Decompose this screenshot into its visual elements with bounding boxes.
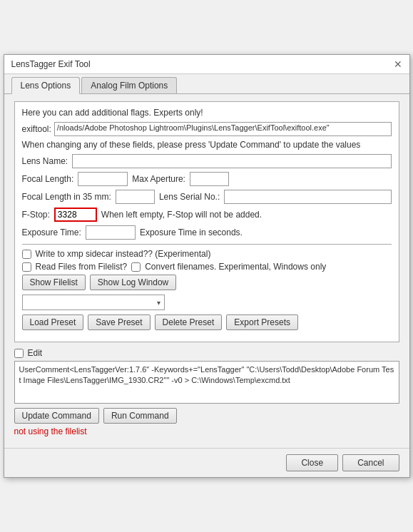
tab-analog-film[interactable]: Analog Film Options — [81, 77, 177, 93]
edit-row: Edit — [14, 348, 399, 358]
preset-buttons-row: Load Preset Save Preset Delete Preset Ex… — [22, 314, 392, 330]
tab-bar: Lens Options Analog Film Options — [4, 74, 409, 94]
exposure-input[interactable] — [86, 225, 136, 240]
focal-length-input[interactable] — [78, 172, 128, 186]
focal35-label: Focal Length in 35 mm: — [22, 192, 111, 202]
max-aperture-label: Max Aperture: — [132, 174, 185, 184]
read-convert-row: Read Files from Filelist? Convert filena… — [22, 262, 392, 272]
max-aperture-input[interactable] — [190, 172, 229, 186]
focal35-serial-row: Focal Length in 35 mm: Lens Serial No.: — [22, 190, 392, 204]
fstop-label: F-Stop: — [22, 210, 50, 220]
exposure-note: Exposure Time in seconds. — [140, 227, 243, 237]
save-preset-button[interactable]: Save Preset — [88, 314, 150, 330]
load-preset-button[interactable]: Load Preset — [22, 314, 84, 330]
fstop-input[interactable] — [54, 208, 97, 222]
edit-checkbox[interactable] — [14, 349, 24, 358]
xmp-label: Write to xmp sidecar instead?? (Experime… — [36, 249, 211, 259]
update-note: When changing any of these fields, pleas… — [22, 140, 392, 150]
serial-input[interactable] — [224, 190, 391, 204]
serial-label: Lens Serial No.: — [159, 192, 220, 202]
window-title: LensTagger Exif Tool — [11, 59, 91, 69]
fstop-row: F-Stop: When left empty, F-Stop will not… — [22, 208, 392, 222]
run-command-button[interactable]: Run Command — [103, 408, 177, 424]
fstop-note: When left empty, F-Stop will not be adde… — [101, 210, 262, 220]
footer: Close Cancel — [4, 448, 409, 477]
exposure-label: Exposure Time: — [22, 227, 81, 237]
lens-name-row: Lens Name: — [22, 154, 392, 168]
main-window: LensTagger Exif Tool ✕ Lens Options Anal… — [4, 54, 410, 478]
show-buttons-row: Show Filelist Show Log Window — [22, 275, 392, 290]
convert-label: Convert filenames. Experimental, Windows… — [145, 262, 326, 272]
exiftool-value: /nloads/Adobe Photoshop Lightroom\Plugin… — [54, 122, 392, 136]
action-buttons-row: Update Command Run Command — [14, 408, 399, 424]
close-window-button[interactable]: ✕ — [394, 59, 402, 69]
cancel-button[interactable]: Cancel — [342, 454, 399, 471]
options-section: Here you can add additional flags. Exper… — [14, 101, 399, 342]
read-files-label: Read Files from Filelist? — [36, 262, 128, 272]
command-box: UserComment<LensTaggerVer:1.7.6" -Keywor… — [14, 361, 399, 404]
lens-name-input[interactable] — [72, 154, 391, 168]
preset-dropdown[interactable] — [22, 295, 165, 310]
show-log-button[interactable]: Show Log Window — [90, 275, 176, 290]
title-bar: LensTagger Exif Tool ✕ — [4, 55, 409, 74]
edit-label: Edit — [28, 348, 43, 358]
focal-length-label: Focal Length: — [22, 174, 74, 184]
status-text: not using the filelist — [14, 426, 399, 436]
exiftool-row: exiftool: /nloads/Adobe Photoshop Lightr… — [22, 122, 392, 136]
preset-dropdown-row: ▾ — [22, 295, 392, 310]
focal35-input[interactable] — [116, 190, 155, 204]
exposure-row: Exposure Time: Exposure Time in seconds. — [22, 225, 392, 240]
focal-aperture-row: Focal Length: Max Aperture: — [22, 172, 392, 186]
close-button[interactable]: Close — [286, 454, 338, 471]
tab-lens-options[interactable]: Lens Options — [11, 77, 81, 94]
lens-name-label: Lens Name: — [22, 156, 68, 166]
export-presets-button[interactable]: Export Presets — [226, 314, 298, 330]
xmp-checkbox-row: Write to xmp sidecar instead?? (Experime… — [22, 249, 392, 259]
flags-note: Here you can add additional flags. Exper… — [22, 108, 392, 118]
convert-checkbox[interactable] — [131, 262, 141, 272]
delete-preset-button[interactable]: Delete Preset — [155, 314, 223, 330]
exiftool-label: exiftool: — [22, 124, 51, 134]
xmp-checkbox[interactable] — [22, 250, 31, 259]
update-command-button[interactable]: Update Command — [14, 408, 99, 424]
main-content: Here you can add additional flags. Exper… — [4, 94, 409, 448]
read-files-checkbox[interactable] — [22, 262, 31, 272]
preset-dropdown-wrapper: ▾ — [22, 295, 165, 310]
show-filelist-button[interactable]: Show Filelist — [22, 275, 86, 290]
